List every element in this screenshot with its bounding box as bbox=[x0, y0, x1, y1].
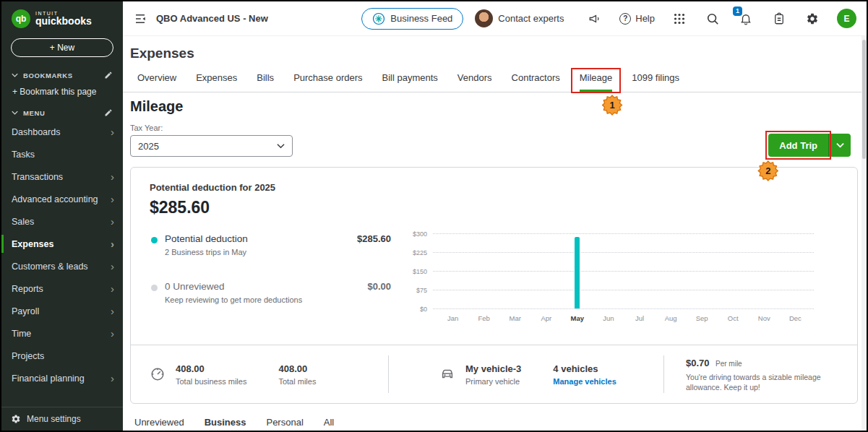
user-avatar[interactable]: E bbox=[837, 9, 856, 28]
tab-1099-filings[interactable]: 1099 filings bbox=[632, 72, 679, 92]
sidebar: qb INTUIT quickbooks + New BOOKMARKS + B… bbox=[1, 1, 123, 431]
chart-x-label-apr: Apr bbox=[530, 314, 562, 322]
total-miles-value: 408.00 bbox=[278, 363, 316, 374]
sidebar-item-reports[interactable]: Reports› bbox=[1, 277, 123, 300]
tab-bills[interactable]: Bills bbox=[257, 72, 274, 92]
chevron-right-icon: › bbox=[111, 171, 114, 182]
chart-bar-jan bbox=[437, 233, 468, 308]
gray-dot-icon bbox=[151, 285, 158, 291]
legend-description: 2 Business trips in May bbox=[165, 248, 340, 256]
edit-bookmarks-pencil-icon[interactable] bbox=[104, 71, 113, 79]
notifications-bell-icon[interactable]: 1 bbox=[737, 10, 755, 27]
sidebar-item-customers-leads[interactable]: Customers & leads› bbox=[1, 255, 123, 277]
chart-bar-feb bbox=[468, 233, 499, 308]
add-trip-button[interactable]: Add Trip 2 bbox=[768, 134, 851, 157]
miles-stats-group: 408.00 Total business miles 408.00 Total… bbox=[131, 363, 388, 386]
new-button[interactable]: + New bbox=[11, 38, 113, 57]
chevron-right-icon: › bbox=[111, 238, 114, 249]
settings-gear-icon[interactable] bbox=[804, 10, 821, 27]
legend-item-potential-deduction: Potential deduction 2 Business trips in … bbox=[150, 233, 391, 256]
chart-x-label-jun: Jun bbox=[593, 314, 624, 322]
tab-purchase-orders[interactable]: Purchase orders bbox=[293, 72, 362, 92]
add-trip-label[interactable]: Add Trip bbox=[768, 134, 828, 157]
tax-year-field: Tax Year: 2025 bbox=[130, 124, 293, 157]
contact-experts-button[interactable]: Contact experts bbox=[475, 9, 564, 27]
search-icon[interactable] bbox=[704, 10, 721, 27]
mileage-rate-group: $0.70 Per mile You're driving towards a … bbox=[664, 356, 857, 392]
chart-x-label-jan: Jan bbox=[437, 314, 468, 322]
legend-amount: $285.60 bbox=[340, 233, 391, 256]
filter-tab-business[interactable]: Business bbox=[205, 417, 246, 428]
mileage-controls-row: Tax Year: 2025 Add Trip bbox=[130, 124, 858, 157]
sidebar-item-sales[interactable]: Sales› bbox=[1, 210, 123, 233]
sidebar-item-tasks[interactable]: Tasks bbox=[1, 143, 123, 165]
total-business-miles-value: 408.00 bbox=[176, 363, 246, 374]
page-content: Expenses Overview Expenses Bills Purchas… bbox=[123, 36, 867, 431]
sidebar-item-advanced-accounting[interactable]: Advanced accounting› bbox=[1, 188, 123, 210]
chart-y-label: $150 bbox=[404, 268, 427, 275]
tax-year-label: Tax Year: bbox=[130, 124, 293, 132]
help-button[interactable]: ? Help bbox=[619, 13, 655, 25]
business-feed-button[interactable]: Business Feed bbox=[361, 8, 463, 30]
chart-bar-aug bbox=[656, 233, 687, 308]
menu-section-header[interactable]: MENU bbox=[1, 103, 123, 121]
edit-menu-pencil-icon[interactable] bbox=[104, 108, 113, 117]
chart-y-label: $75 bbox=[404, 287, 427, 294]
sidebar-item-dashboards[interactable]: Dashboards› bbox=[1, 121, 123, 143]
chart-x-label-feb: Feb bbox=[468, 314, 499, 322]
chart-bar-apr bbox=[530, 233, 562, 308]
scrollbar[interactable] bbox=[861, 36, 867, 431]
rate-message: You're driving towards a sizable mileage… bbox=[686, 372, 857, 392]
tab-vendors[interactable]: Vendors bbox=[457, 72, 492, 92]
sidebar-item-payroll[interactable]: Payroll› bbox=[1, 300, 123, 322]
bookmarks-section-header[interactable]: BOOKMARKS bbox=[1, 66, 123, 83]
legend-label: Potential deduction bbox=[165, 233, 340, 244]
chart-bar-mar bbox=[499, 233, 530, 308]
deduction-card-title: Potential deduction for 2025 bbox=[150, 182, 838, 193]
contact-experts-avatar bbox=[475, 9, 493, 27]
chevron-right-icon: › bbox=[111, 126, 114, 137]
deduction-amount: $285.60 bbox=[150, 198, 838, 217]
sidebar-item-financial-planning[interactable]: Financial planning› bbox=[1, 367, 123, 389]
filter-tab-all[interactable]: All bbox=[324, 417, 334, 428]
scrollbar-thumb[interactable] bbox=[862, 40, 866, 159]
tab-bill-payments[interactable]: Bill payments bbox=[382, 72, 438, 92]
business-feed-label: Business Feed bbox=[390, 13, 452, 24]
tab-overview[interactable]: Overview bbox=[137, 72, 176, 92]
quickbooks-logo: qb INTUIT quickbooks bbox=[1, 1, 123, 33]
vehicle-count: 4 vehicles bbox=[553, 363, 616, 374]
sidebar-item-transactions[interactable]: Transactions› bbox=[1, 165, 123, 188]
chart-y-label: $300 bbox=[404, 230, 427, 238]
add-trip-dropdown-chevron[interactable] bbox=[829, 134, 851, 157]
mileage-page-body: Mileage Tax Year: 2025 Add Trip bbox=[123, 98, 867, 428]
tax-year-select[interactable]: 2025 bbox=[130, 135, 293, 157]
announcements-megaphone-icon[interactable] bbox=[586, 10, 603, 27]
apps-grid-icon[interactable] bbox=[671, 10, 688, 27]
chart-x-label-dec: Dec bbox=[780, 314, 811, 322]
sidebar-item-time[interactable]: Time› bbox=[1, 322, 123, 345]
collapse-sidebar-icon[interactable] bbox=[132, 10, 149, 27]
chart-bar-nov bbox=[749, 233, 780, 308]
tasks-clipboard-icon[interactable] bbox=[770, 10, 788, 27]
chevron-right-icon: › bbox=[111, 283, 114, 294]
bookmark-this-page-button[interactable]: + Bookmark this page bbox=[1, 83, 123, 103]
tab-expenses[interactable]: Expenses bbox=[196, 72, 237, 92]
sidebar-menu: Dashboards› Tasks Transactions› Advanced… bbox=[1, 121, 123, 389]
manage-vehicles-link[interactable]: Manage vehicles bbox=[553, 377, 616, 386]
top-header: QBO Advanced US - New Business Feed Cont… bbox=[123, 1, 867, 36]
chevron-right-icon: › bbox=[111, 328, 114, 339]
qb-logo-icon: qb bbox=[12, 9, 30, 28]
chart-bars bbox=[437, 233, 811, 308]
filter-tab-unreviewed[interactable]: Unreviewed bbox=[134, 417, 184, 428]
filter-tab-personal[interactable]: Personal bbox=[266, 417, 303, 428]
chevron-right-icon: › bbox=[111, 306, 114, 316]
sidebar-item-projects[interactable]: Projects bbox=[1, 345, 123, 367]
mileage-stats-row: 408.00 Total business miles 408.00 Total… bbox=[131, 345, 857, 403]
sidebar-item-expenses[interactable]: Expenses› bbox=[1, 233, 123, 255]
tab-contractors[interactable]: Contractors bbox=[512, 72, 560, 92]
chevron-down-icon bbox=[277, 143, 285, 149]
chart-x-labels: JanFebMarAprMayJunJulAugSepOctNovDec bbox=[437, 314, 811, 322]
menu-settings-button[interactable]: Menu settings bbox=[1, 407, 123, 431]
notification-count-badge: 1 bbox=[733, 7, 742, 16]
tab-mileage[interactable]: Mileage 1 bbox=[580, 72, 613, 92]
